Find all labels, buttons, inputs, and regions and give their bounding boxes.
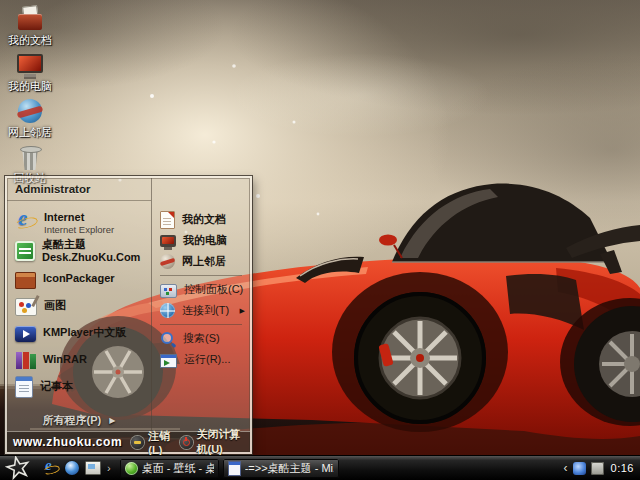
start-menu-footer: www.zhuoku.com 注销(L) 关闭计算机(U) [7,431,250,452]
notepad-icon [15,376,33,398]
my-documents-icon [160,211,175,229]
item-label: 连接到(T) [182,303,229,318]
connect-to-icon [160,303,175,318]
window-button-label: -=>>桌酷主题 - Mi... [245,461,334,476]
menu-separator [160,275,242,276]
all-programs-label: 所有程序(P) [43,413,102,428]
internet-explorer-icon [15,210,37,232]
item-label: 搜索(S) [183,331,220,346]
start-menu: Administrator Internet Internet Explorer… [5,176,252,454]
zhuoku-theme-icon [15,241,35,261]
search-icon [160,331,176,347]
start-menu-user-name: Administrator [7,178,151,201]
log-off-button[interactable]: 注销(L) [131,429,170,456]
star-icon [5,456,31,480]
quick-launch-bar: › [43,456,111,480]
pinned-items: Internet Internet Explorer 桌酷主题Desk.Zhuo… [7,201,151,399]
internet-explorer-quicklaunch-icon[interactable] [43,460,59,476]
shutdown-button[interactable]: 关闭计算机(U) [180,427,245,457]
desktop-icon-my-documents[interactable]: 我的文档 [2,4,58,49]
quick-launch-overflow-chevron[interactable]: › [107,456,111,480]
item-label: 桌酷主题Desk.ZhuoKu.Com [42,238,147,263]
menu-separator [160,324,242,325]
network-places-icon [160,254,175,269]
start-menu-places-column: 我的文档 我的电脑 网上邻居 控制面板(C) 连接到(T) [152,178,250,431]
item-label: WinRAR [43,353,87,366]
winrar-icon [15,349,36,370]
start-button[interactable] [0,456,36,480]
paint-icon [15,298,37,316]
shutdown-label: 关闭计算机(U) [197,427,245,457]
iconpackager-icon [15,272,36,289]
my-documents-icon [15,4,45,34]
item-label: 运行(R)... [184,352,230,367]
taskbar-clock: 0:16 [611,462,634,474]
wallpaper-watermark: www.zhuoku.com [13,435,122,449]
start-menu-item-run[interactable]: 运行(R)... [152,349,250,370]
start-menu-item-notepad[interactable]: 记事本 [13,375,149,399]
start-menu-item-my-documents[interactable]: 我的文档 [152,209,250,230]
start-menu-item-search[interactable]: 搜索(S) [152,328,250,349]
start-menu-item-connect-to[interactable]: 连接到(T) ▶ [152,300,250,321]
network-tray-icon[interactable] [573,462,586,475]
kmplayer-icon [15,326,36,342]
start-menu-item-iconpackager[interactable]: IconPackager [13,267,149,291]
submenu-arrow-icon: ▶ [109,416,115,425]
my-computer-icon [160,235,176,247]
start-menu-pinned-column: Administrator Internet Internet Explorer… [7,178,152,431]
run-icon [160,354,177,368]
item-label: 控制面板(C) [184,282,243,297]
recycle-bin-icon [15,142,45,172]
control-panel-icon [160,284,177,298]
item-label: IconPackager [43,272,115,285]
start-menu-item-zhuoku-theme[interactable]: 桌酷主题Desk.ZhuoKu.Com [13,238,149,263]
submenu-arrow-icon: ▶ [240,307,245,315]
desktop-icon-label: 我的电脑 [2,80,58,93]
desktop-icon-network-places[interactable]: 网上邻居 [2,96,58,141]
item-label: 画图 [44,299,66,312]
item-label: 网上邻居 [182,254,226,269]
start-menu-item-control-panel[interactable]: 控制面板(C) [152,279,250,300]
start-menu-item-internet[interactable]: Internet Internet Explorer [13,207,149,235]
desktop-icon-my-computer[interactable]: 我的电脑 [2,50,58,95]
network-places-icon [15,96,45,126]
start-menu-item-kmplayer[interactable]: KMPlayer中文版 [13,321,149,345]
item-label: 记事本 [40,380,73,393]
start-menu-item-network-places[interactable]: 网上邻居 [152,251,250,272]
desktop: 我的文档 我的电脑 网上邻居 回收站 Administrator Interne… [0,0,640,480]
tray-collapse-chevron[interactable]: ‹ [564,461,568,475]
desktop-icon-label: 网上邻居 [2,126,58,139]
power-icon [180,436,193,449]
item-label: KMPlayer中文版 [43,326,126,339]
start-menu-item-paint[interactable]: 画图 [13,294,149,318]
item-label: 我的文档 [182,212,226,227]
item-label: Internet [44,211,84,223]
input-method-tray-icon[interactable] [591,462,604,475]
taskbar-window-button-wallpaper[interactable]: 桌面 - 壁纸 - 桌酷... [120,459,219,478]
start-menu-item-my-computer[interactable]: 我的电脑 [152,230,250,251]
log-off-label: 注销(L) [148,429,170,456]
taskbar: › 桌面 - 壁纸 - 桌酷... -=>>桌酷主题 - Mi... ‹ 0:1… [0,455,640,480]
taskbar-window-button-theme[interactable]: -=>>桌酷主题 - Mi... [223,459,339,478]
start-menu-columns: Administrator Internet Internet Explorer… [7,178,250,431]
all-programs-button[interactable]: 所有程序(P) ▶ [7,410,151,431]
desktop-icon-column: 我的文档 我的电脑 网上邻居 回收站 [2,4,58,188]
desktop-icon-label: 我的文档 [2,34,58,47]
item-sublabel: Internet Explorer [44,225,114,235]
media-player-quicklaunch-icon[interactable] [65,461,79,475]
start-menu-item-winrar[interactable]: WinRAR [13,348,149,372]
show-desktop-quicklaunch-icon[interactable] [85,461,101,475]
system-tray: ‹ 0:16 [560,456,640,480]
my-computer-icon [15,50,45,80]
wallpaper-window-icon [125,462,138,475]
log-off-icon [131,436,144,449]
window-button-label: 桌面 - 壁纸 - 桌酷... [142,461,214,476]
item-label: 我的电脑 [183,233,227,248]
browser-window-icon [228,461,241,476]
